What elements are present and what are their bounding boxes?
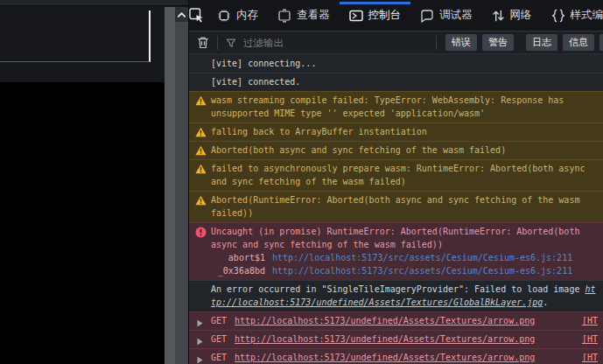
error-message-text: Uncaught (in promise) RuntimeError: Abor…	[211, 225, 598, 251]
stack-frame: _0x36a8bdhttp://localhost:5173/src/asset…	[211, 264, 598, 277]
console-filter-bar: 错误警告日志信息	[189, 32, 603, 54]
page-panel-edge-line	[149, 10, 151, 62]
tab-label: 内存	[236, 8, 258, 23]
warning-message-text: wasm streaming compile failed: TypeError…	[211, 95, 564, 118]
request-method: GET	[211, 332, 227, 346]
tab-debugger[interactable]: 调试器	[410, 0, 482, 31]
network-icon	[492, 9, 505, 23]
request-status-link[interactable]: [HT	[575, 314, 598, 327]
request-url-link[interactable]: http://localhost:5173/undefined/Assets/T…	[235, 314, 535, 327]
console-row-warn: Aborted(both async and sync fetching of …	[189, 141, 603, 159]
chevron-up-icon	[177, 11, 186, 18]
splitter-column[interactable]	[175, 7, 188, 364]
console-row-warn: Aborted(RuntimeError: Aborted(both async…	[189, 191, 603, 222]
warning-icon	[195, 195, 207, 209]
stack-frame-function: abort$1	[211, 251, 265, 264]
stack-frame-function: _0x36a8bd	[211, 264, 265, 277]
tab-label: 调试器	[439, 8, 473, 23]
request-status-link[interactable]: [HT	[575, 351, 598, 364]
filter-button-info[interactable]: 信息	[563, 34, 594, 51]
twisty-icon	[197, 354, 203, 364]
memory-icon	[217, 9, 231, 23]
tab-label: 查看器	[297, 8, 330, 23]
clear-console-button[interactable]	[189, 36, 217, 49]
tab-inspector[interactable]: 查看器	[268, 0, 340, 31]
filter-buttons: 错误警告日志信息	[437, 34, 603, 51]
screen: 内存查看器控制台调试器网络样式编辑器 错误警告日志信息 [vite] conne…	[0, 0, 603, 364]
console-row-error: Uncaught (in promise) RuntimeError: Abor…	[189, 222, 603, 280]
log-message-suffix: .	[543, 298, 548, 307]
tab-label: 网络	[510, 8, 532, 23]
pick-element-button[interactable]	[189, 0, 204, 31]
filter-button-partial[interactable]	[599, 34, 603, 51]
stack-frame-source-link[interactable]: http://localhost:5173/src/assets/Cesium/…	[272, 251, 572, 264]
warning-message-text: failed to asynchronously prepare wasm: R…	[211, 164, 585, 186]
warning-icon	[195, 145, 207, 159]
tab-style-editor[interactable]: 样式编辑器	[542, 0, 603, 31]
log-message-text: [vite] connecting...	[211, 59, 316, 68]
tab-network[interactable]: 网络	[482, 0, 542, 31]
network-error-line: GEThttp://localhost:5173/undefined/Asset…	[211, 332, 598, 346]
console-row-warn: wasm streaming compile failed: TypeError…	[189, 91, 603, 122]
console-row-network-error: GEThttp://localhost:5173/undefined/Asset…	[189, 312, 603, 330]
filter-funnel-icon	[226, 38, 236, 48]
tab-strip: 内存查看器控制台调试器网络样式编辑器	[207, 0, 603, 31]
stack-frame: abort$1http://localhost:5173/src/assets/…	[211, 251, 598, 264]
pick-element-icon	[189, 8, 204, 23]
network-error-line: GEThttp://localhost:5173/undefined/Asset…	[211, 351, 598, 364]
debugger-icon	[420, 9, 434, 23]
warning-message-text: Aborted(RuntimeError: Aborted(both async…	[211, 195, 579, 218]
inspector-icon	[277, 9, 291, 23]
twisty-icon	[197, 336, 203, 348]
console-output: [vite] connecting...[vite] connected.was…	[189, 54, 603, 364]
scroll-up-button[interactable]	[175, 7, 188, 22]
console-row-network-error: GEThttp://localhost:5173/undefined/Asset…	[189, 330, 603, 348]
error-icon	[195, 227, 207, 242]
warning-message-text: falling back to ArrayBuffer instantiatio…	[211, 127, 427, 136]
filter-input-wrap	[218, 37, 436, 49]
devtools-tab-bar: 内存查看器控制台调试器网络样式编辑器	[189, 0, 603, 32]
filter-button-warnings[interactable]: 警告	[482, 34, 514, 51]
page-panel-bottom-line	[0, 61, 150, 62]
filter-button-errors[interactable]: 错误	[445, 34, 477, 51]
warning-message-text: Aborted(both async and sync fetching of …	[211, 145, 506, 155]
tab-label: 控制台	[368, 8, 402, 23]
page-top-strip	[0, 0, 188, 6]
console-row-log-link: An error occurred in "SingleTileImageryP…	[189, 280, 603, 312]
page-content-area	[0, 0, 188, 364]
page-black-canvas	[0, 82, 165, 364]
tab-console[interactable]: 控制台	[340, 0, 411, 31]
log-message-text: An error occurred in "SingleTileImageryP…	[211, 284, 585, 294]
log-message-text: [vite] connected.	[211, 77, 300, 87]
request-url-link[interactable]: http://localhost:5173/undefined/Assets/T…	[235, 351, 535, 364]
filter-output-input[interactable]	[242, 37, 373, 49]
network-error-line: GEThttp://localhost:5173/undefined/Asset…	[211, 314, 598, 327]
filter-button-logs[interactable]: 日志	[526, 34, 557, 51]
tab-memory[interactable]: 内存	[207, 0, 268, 31]
console-icon	[349, 9, 363, 23]
tab-label: 样式编辑器	[571, 8, 603, 23]
style-editor-icon	[551, 9, 565, 23]
devtools-panel: 内存查看器控制台调试器网络样式编辑器 错误警告日志信息 [vite] conne…	[188, 0, 603, 364]
warning-icon	[195, 127, 207, 141]
console-row-log: [vite] connecting...	[189, 54, 603, 73]
request-status-link[interactable]: [HT	[575, 332, 598, 346]
warning-icon	[195, 164, 207, 178]
warning-icon	[195, 95, 207, 109]
request-method: GET	[211, 314, 227, 327]
request-method: GET	[211, 351, 227, 364]
request-url-link[interactable]: http://localhost:5173/undefined/Assets/T…	[235, 332, 535, 346]
twisty-icon	[197, 318, 203, 330]
console-row-warn: failed to asynchronously prepare wasm: R…	[189, 159, 603, 191]
console-row-log: [vite] connected.	[189, 73, 603, 91]
stack-frame-source-link[interactable]: http://localhost:5173/src/assets/Cesium/…	[272, 264, 572, 277]
console-row-network-error: GEThttp://localhost:5173/undefined/Asset…	[189, 348, 603, 364]
trash-icon	[197, 36, 209, 49]
console-row-warn: falling back to ArrayBuffer instantiatio…	[189, 122, 603, 141]
page-scrollbar[interactable]	[165, 7, 175, 364]
